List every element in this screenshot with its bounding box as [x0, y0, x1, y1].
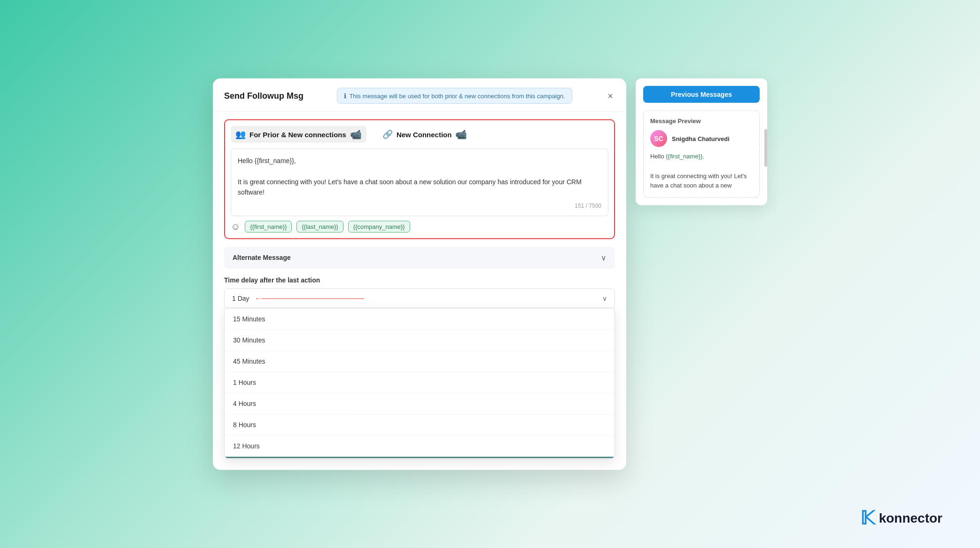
preview-message: Hello {{first_name}}, It is great connec…	[650, 152, 753, 191]
preview-first-name-var: {{first_name}},	[666, 153, 704, 160]
avatar: SC	[650, 130, 667, 147]
logo-area: 𝕂 konnector	[860, 507, 942, 529]
tab-new-connection-label: New Connection	[397, 130, 452, 138]
time-delay-select[interactable]: 1 Day ←────────────────────── ∨	[224, 288, 615, 308]
group-icon: 👥	[235, 129, 246, 140]
preview-username: Snigdha Chaturvedi	[672, 135, 730, 142]
tab-prior-new-label: For Prior & New connections	[249, 130, 346, 138]
selected-option: 1 Day	[232, 294, 249, 302]
toolbar-row: ☺ {{first_name}} {{last_name}} {{company…	[231, 220, 608, 232]
video-icon-1: 📹	[350, 129, 362, 140]
var-last-name[interactable]: {{last_name}}	[296, 220, 343, 232]
preview-hello: Hello	[650, 153, 666, 160]
alternate-label: Alternate Message	[233, 254, 291, 261]
option-1day[interactable]: 1 Day	[225, 456, 614, 458]
tabs-row: 👥 For Prior & New connections 📹 🔗 New Co…	[231, 126, 608, 143]
main-modal: Send Followup Msg ℹ This message will be…	[213, 78, 626, 470]
option-15min[interactable]: 15 Minutes	[225, 308, 614, 329]
message-preview-box: Message Preview SC Snigdha Chaturvedi He…	[643, 110, 760, 198]
option-45min[interactable]: 45 Minutes	[225, 351, 614, 372]
emoji-button[interactable]: ☺	[231, 221, 240, 232]
chevron-down-icon: ∨	[601, 253, 607, 262]
message-line2: It is great connecting with you! Let's h…	[238, 177, 601, 198]
modal-body: 👥 For Prior & New connections 📹 🔗 New Co…	[213, 112, 626, 470]
video-icon-2: 📹	[455, 129, 467, 140]
logo-k-icon: 𝕂	[860, 507, 874, 529]
option-1hour[interactable]: 1 Hours	[225, 372, 614, 393]
time-delay-select-wrapper: 1 Day ←────────────────────── ∨ 15 Minut…	[224, 288, 615, 458]
info-banner: ℹ This message will be used for both pri…	[337, 88, 572, 104]
previous-messages-button[interactable]: Previous Messages	[643, 86, 760, 103]
time-delay-label: Time delay after the last action	[224, 276, 615, 283]
option-4hours[interactable]: 4 Hours	[225, 393, 614, 414]
modal-header: Send Followup Msg ℹ This message will be…	[213, 78, 626, 112]
modal-overlay: Send Followup Msg ℹ This message will be…	[213, 78, 767, 470]
message-line1: Hello {{first_name}},	[238, 156, 601, 166]
close-button[interactable]: ×	[606, 88, 615, 103]
scrollbar-indicator[interactable]	[764, 129, 767, 167]
var-first-name[interactable]: {{first_name}}	[245, 220, 292, 232]
preview-title: Message Preview	[650, 117, 753, 125]
dropdown-list: 15 Minutes 30 Minutes 45 Minutes 1 Hours…	[224, 308, 615, 458]
option-8hours[interactable]: 8 Hours	[225, 414, 614, 435]
modal-title: Send Followup Msg	[224, 91, 303, 101]
info-icon: ℹ	[344, 92, 346, 100]
preview-user-row: SC Snigdha Chaturvedi	[650, 130, 753, 147]
message-text: Hello {{first_name}}, It is great connec…	[238, 156, 601, 198]
left-arrow-annotation: ←──────────────────────	[255, 294, 364, 302]
tab-prior-new[interactable]: 👥 For Prior & New connections 📹	[231, 126, 366, 143]
dropdown-chevron-icon: ∨	[602, 294, 607, 302]
tab-new-connection[interactable]: 🔗 New Connection 📹	[378, 126, 472, 143]
var-company-name[interactable]: {{company_name}}	[348, 220, 410, 232]
preview-body: It is great connecting with you! Let's h…	[650, 172, 747, 189]
message-counter: 151 / 7500	[238, 202, 601, 209]
preview-panel: Previous Messages Message Preview SC Sni…	[636, 78, 767, 205]
tabs-section: 👥 For Prior & New connections 📹 🔗 New Co…	[224, 119, 615, 239]
alternate-message-section[interactable]: Alternate Message ∨	[224, 246, 615, 268]
logo-text: konnector	[879, 511, 942, 526]
message-area: Hello {{first_name}}, It is great connec…	[231, 149, 608, 216]
link-icon: 🔗	[382, 129, 393, 140]
option-30min[interactable]: 30 Minutes	[225, 329, 614, 351]
info-text: This message will be used for both prior…	[349, 92, 565, 99]
time-delay-section: Time delay after the last action 1 Day ←…	[224, 276, 615, 458]
option-12hours[interactable]: 12 Hours	[225, 435, 614, 456]
